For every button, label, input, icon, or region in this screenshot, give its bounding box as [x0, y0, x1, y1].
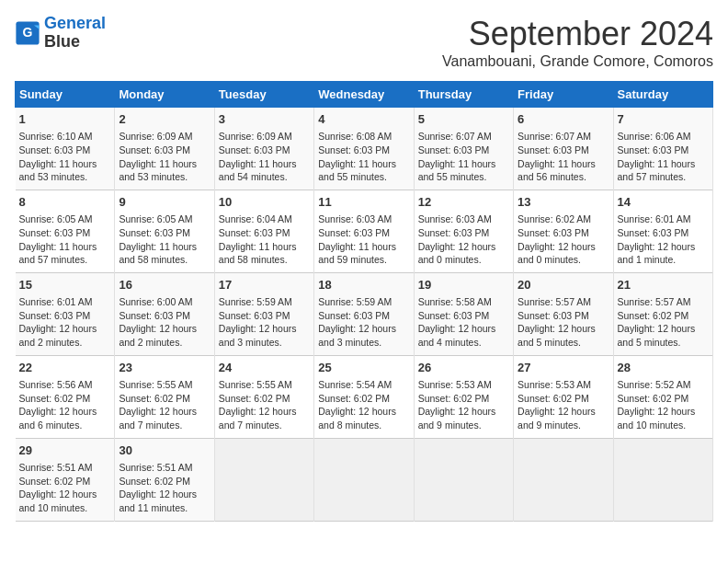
day-number: 5: [418, 111, 509, 128]
sunset-text: Sunset: 6:03 PM: [518, 144, 589, 155]
table-row: 1Sunrise: 6:10 AMSunset: 6:03 PMDaylight…: [16, 108, 115, 190]
day-number: 1: [19, 111, 111, 128]
day-number: 11: [318, 194, 409, 211]
table-row: [214, 438, 313, 521]
sunrise-text: Sunrise: 6:04 AM: [219, 213, 292, 224]
sunset-text: Sunset: 6:03 PM: [219, 144, 290, 155]
day-number: 23: [119, 360, 210, 376]
sunrise-text: Sunrise: 5:51 AM: [19, 462, 93, 473]
daylight-text: Daylight: 12 hours and 0 minutes.: [418, 241, 496, 266]
calendar-header: Sunday Monday Tuesday Wednesday Thursday…: [16, 82, 713, 108]
header-thursday: Thursday: [414, 82, 513, 108]
table-row: 2Sunrise: 6:09 AMSunset: 6:03 PMDaylight…: [115, 108, 214, 190]
title-section: September 2024 Vanambouani, Grande Comor…: [442, 15, 713, 70]
table-row: 26Sunrise: 5:53 AMSunset: 6:02 PMDayligh…: [414, 355, 513, 438]
day-number: 3: [219, 111, 310, 128]
table-row: [414, 438, 513, 521]
header-saturday: Saturday: [613, 82, 712, 108]
header-monday: Monday: [115, 82, 214, 108]
table-row: 17Sunrise: 5:59 AMSunset: 6:03 PMDayligh…: [214, 272, 313, 355]
sunrise-text: Sunrise: 5:59 AM: [219, 296, 292, 307]
daylight-text: Daylight: 12 hours and 10 minutes.: [618, 406, 696, 431]
daylight-text: Daylight: 11 hours and 53 minutes.: [119, 158, 197, 183]
sunrise-text: Sunrise: 6:08 AM: [318, 131, 392, 142]
daylight-text: Daylight: 12 hours and 0 minutes.: [518, 241, 596, 266]
day-number: 19: [418, 277, 509, 293]
sunset-text: Sunset: 6:03 PM: [618, 144, 689, 155]
sunset-text: Sunset: 6:02 PM: [418, 393, 490, 404]
table-row: 16Sunrise: 6:00 AMSunset: 6:03 PMDayligh…: [115, 272, 214, 355]
table-row: 4Sunrise: 6:08 AMSunset: 6:03 PMDaylight…: [314, 108, 414, 190]
month-title: September 2024: [442, 15, 713, 53]
sunrise-text: Sunrise: 6:07 AM: [418, 131, 492, 142]
daylight-text: Daylight: 12 hours and 7 minutes.: [219, 406, 297, 431]
logo-icon: G: [15, 20, 40, 46]
sunrise-text: Sunrise: 6:09 AM: [119, 131, 192, 142]
sunset-text: Sunset: 6:03 PM: [119, 227, 190, 238]
day-number: 21: [618, 277, 709, 293]
daylight-text: Daylight: 12 hours and 7 minutes.: [119, 406, 197, 431]
sunset-text: Sunset: 6:02 PM: [219, 393, 290, 404]
table-row: 30Sunrise: 5:51 AMSunset: 6:02 PMDayligh…: [115, 438, 214, 521]
daylight-text: Daylight: 12 hours and 9 minutes.: [518, 406, 596, 431]
table-row: 25Sunrise: 5:54 AMSunset: 6:02 PMDayligh…: [314, 355, 414, 438]
sunrise-text: Sunrise: 5:58 AM: [418, 296, 492, 307]
sunset-text: Sunset: 6:03 PM: [418, 227, 490, 238]
day-number: 30: [119, 442, 210, 459]
sunset-text: Sunset: 6:03 PM: [119, 310, 190, 321]
sunset-text: Sunset: 6:02 PM: [518, 393, 589, 404]
sunrise-text: Sunrise: 5:55 AM: [119, 379, 192, 390]
sunset-text: Sunset: 6:03 PM: [219, 310, 290, 321]
calendar-table: Sunday Monday Tuesday Wednesday Thursday…: [15, 81, 713, 522]
table-row: [514, 438, 613, 521]
day-number: 17: [219, 277, 310, 293]
day-number: 22: [19, 360, 111, 376]
daylight-text: Daylight: 11 hours and 56 minutes.: [518, 158, 596, 183]
sunrise-text: Sunrise: 5:57 AM: [518, 296, 591, 307]
sunset-text: Sunset: 6:03 PM: [518, 227, 589, 238]
table-row: 12Sunrise: 6:03 AMSunset: 6:03 PMDayligh…: [414, 190, 513, 272]
table-row: 21Sunrise: 5:57 AMSunset: 6:02 PMDayligh…: [613, 272, 712, 355]
daylight-text: Daylight: 11 hours and 57 minutes.: [618, 158, 696, 183]
table-row: 13Sunrise: 6:02 AMSunset: 6:03 PMDayligh…: [514, 190, 613, 272]
sunset-text: Sunset: 6:02 PM: [318, 393, 390, 404]
daylight-text: Daylight: 11 hours and 58 minutes.: [219, 241, 297, 266]
day-number: 27: [518, 360, 609, 376]
sunset-text: Sunset: 6:03 PM: [318, 144, 390, 155]
logo: G General Blue: [15, 15, 106, 52]
sunrise-text: Sunrise: 5:59 AM: [318, 296, 392, 307]
sunrise-text: Sunrise: 6:10 AM: [19, 131, 93, 142]
sunrise-text: Sunrise: 6:05 AM: [19, 213, 93, 224]
daylight-text: Daylight: 12 hours and 2 minutes.: [19, 323, 97, 348]
sunrise-text: Sunrise: 6:00 AM: [119, 296, 192, 307]
day-number: 18: [318, 277, 409, 293]
daylight-text: Daylight: 12 hours and 5 minutes.: [518, 323, 596, 348]
day-number: 2: [119, 111, 210, 128]
sunset-text: Sunset: 6:02 PM: [119, 476, 190, 487]
location-title: Vanambouani, Grande Comore, Comoros: [442, 53, 713, 70]
sunset-text: Sunset: 6:03 PM: [219, 227, 290, 238]
table-row: 20Sunrise: 5:57 AMSunset: 6:03 PMDayligh…: [514, 272, 613, 355]
daylight-text: Daylight: 11 hours and 59 minutes.: [318, 241, 396, 266]
daylight-text: Daylight: 11 hours and 54 minutes.: [219, 158, 297, 183]
day-number: 6: [518, 111, 609, 128]
daylight-text: Daylight: 12 hours and 6 minutes.: [19, 406, 97, 431]
table-row: 29Sunrise: 5:51 AMSunset: 6:02 PMDayligh…: [16, 438, 115, 521]
sunset-text: Sunset: 6:02 PM: [119, 393, 190, 404]
table-row: 6Sunrise: 6:07 AMSunset: 6:03 PMDaylight…: [514, 108, 613, 190]
day-number: 12: [418, 194, 509, 211]
day-number: 10: [219, 194, 310, 211]
daylight-text: Daylight: 11 hours and 55 minutes.: [418, 158, 496, 183]
table-row: [613, 438, 712, 521]
table-row: 23Sunrise: 5:55 AMSunset: 6:02 PMDayligh…: [115, 355, 214, 438]
day-number: 13: [518, 194, 609, 211]
sunset-text: Sunset: 6:02 PM: [618, 310, 689, 321]
sunrise-text: Sunrise: 6:01 AM: [618, 213, 691, 224]
header-sunday: Sunday: [16, 82, 115, 108]
sunrise-text: Sunrise: 6:06 AM: [618, 131, 691, 142]
day-number: 28: [618, 360, 709, 376]
table-row: 14Sunrise: 6:01 AMSunset: 6:03 PMDayligh…: [613, 190, 712, 272]
sunrise-text: Sunrise: 5:53 AM: [518, 379, 591, 390]
table-row: 28Sunrise: 5:52 AMSunset: 6:02 PMDayligh…: [613, 355, 712, 438]
day-number: 20: [518, 277, 609, 293]
